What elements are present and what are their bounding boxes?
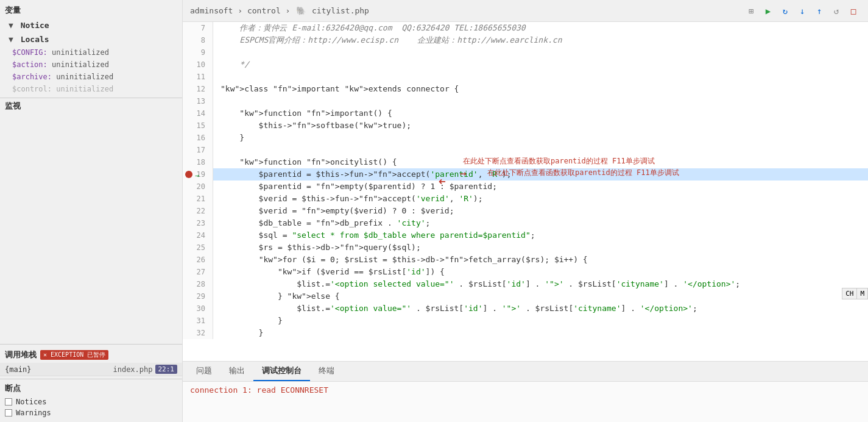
- line-gutter-13[interactable]: 13: [183, 95, 213, 107]
- line-gutter-23[interactable]: 23: [183, 217, 213, 229]
- php-file-icon: 🐘: [296, 6, 306, 15]
- code-scroll[interactable]: 7 作者：黄仲云 E-mail:6326420@qq.com QQ:632642…: [183, 22, 868, 361]
- line-gutter-12[interactable]: 12: [183, 83, 213, 95]
- play-icon[interactable]: ▶: [761, 4, 775, 18]
- line-number-23: 23: [197, 219, 205, 227]
- line-gutter-8[interactable]: 8: [183, 34, 213, 46]
- line-number-28: 28: [197, 280, 205, 288]
- line-number-13: 13: [197, 97, 205, 106]
- locals-header[interactable]: ▼ Locals: [0, 32, 182, 46]
- breakpoints-panel: 断点 Notices Warnings: [0, 379, 182, 422]
- line-content-15: $this->"fn">softbase("kw">true);: [213, 120, 868, 132]
- tab-issues[interactable]: 问题: [188, 362, 221, 381]
- line-content-10: */: [213, 59, 868, 71]
- line-content-32: }: [213, 327, 868, 339]
- notices-checkbox[interactable]: [5, 398, 12, 406]
- stack-row-main[interactable]: {main} index.php 22:1: [0, 363, 182, 376]
- mode-status: M: [857, 288, 867, 299]
- line-gutter-17[interactable]: 17: [183, 144, 213, 156]
- line-gutter-28[interactable]: 28: [183, 278, 213, 290]
- code-line-26: 26 "kw">for ($i = 0; $rsList = $this->db…: [183, 254, 868, 266]
- bottom-content: connection 1: read ECONNRESET: [183, 382, 868, 422]
- line-content-23: $db_table = "fn">db_prefix . 'city';: [213, 217, 868, 229]
- line-content-22: $verid = "fn">empty($verid) ? 0 : $verid…: [213, 205, 868, 217]
- line-number-21: 21: [197, 195, 205, 203]
- line-content-13: [213, 95, 868, 107]
- grid-icon[interactable]: ⊞: [744, 4, 758, 18]
- line-gutter-30[interactable]: 30: [183, 302, 213, 315]
- line-gutter-27[interactable]: 27: [183, 266, 213, 278]
- line-gutter-21[interactable]: 21: [183, 193, 213, 205]
- line-gutter-7[interactable]: 7: [183, 22, 213, 34]
- code-line-27: 27 "kw">if ($verid == $rsList['id']) {: [183, 266, 868, 278]
- line-gutter-29[interactable]: 29: [183, 290, 213, 302]
- warnings-label: Warnings: [16, 409, 51, 417]
- code-line-11: 11: [183, 71, 868, 83]
- var-config-val: uninitialized: [52, 48, 109, 57]
- line-gutter-25[interactable]: 25: [183, 241, 213, 254]
- notice-header[interactable]: ▼ Notice: [0, 18, 182, 32]
- code-line-22: 22 $verid = "fn">empty($verid) ? 0 : $ve…: [183, 205, 868, 217]
- var-control: $control: uninitialized: [0, 83, 182, 95]
- notice-collapse-icon: ▼: [9, 21, 13, 30]
- line-content-26: "kw">for ($i = 0; $rsList = $this->db->"…: [213, 254, 868, 266]
- step-into-icon[interactable]: ↓: [795, 4, 810, 18]
- code-line-17: 17: [183, 144, 868, 156]
- line-gutter-22[interactable]: 22: [183, 205, 213, 217]
- code-line-20: 20 $parentid = "fn">empty($parentid) ? 1…: [183, 181, 868, 193]
- monitor-header[interactable]: 监视: [0, 98, 182, 114]
- line-gutter-32[interactable]: 32: [183, 327, 213, 339]
- var-action-val: uninitialized: [52, 60, 109, 69]
- line-gutter-15[interactable]: 15: [183, 120, 213, 132]
- var-action-key: $action:: [12, 60, 48, 69]
- line-number-11: 11: [197, 73, 205, 81]
- line-content-20: $parentid = "fn">empty($parentid) ? 1 : …: [213, 181, 868, 193]
- line-number-30: 30: [197, 304, 205, 313]
- line-content-27: "kw">if ($verid == $rsList['id']) {: [213, 266, 868, 278]
- code-line-18: 18 "kw">function "fn">oncitylist() {: [183, 156, 868, 168]
- line-gutter-31[interactable]: 31: [183, 315, 213, 327]
- line-gutter-14[interactable]: 14: [183, 107, 213, 120]
- code-line-32: 32 }: [183, 327, 868, 339]
- line-number-25: 25: [197, 243, 205, 252]
- line-gutter-26[interactable]: 26: [183, 254, 213, 266]
- status-bar: CH M: [842, 288, 868, 299]
- refresh-icon[interactable]: ↻: [778, 4, 792, 18]
- warnings-checkbox[interactable]: [5, 409, 12, 417]
- bottom-panel: 问题 输出 调试控制台 终端 connection 1: read ECONNR…: [183, 361, 868, 422]
- line-gutter-9[interactable]: 9: [183, 46, 213, 59]
- line-gutter-16[interactable]: 16: [183, 132, 213, 144]
- code-line-28: 28 $list.='<option selected value="' . $…: [183, 278, 868, 290]
- code-line-13: 13: [183, 95, 868, 107]
- variables-header[interactable]: 变量: [0, 2, 182, 18]
- code-line-30: 30 $list.='<option value="' . $rsList['i…: [183, 302, 868, 315]
- tab-debug-console[interactable]: 调试控制台: [253, 362, 310, 381]
- variables-label: 变量: [5, 5, 21, 15]
- step-out-icon[interactable]: ↑: [812, 4, 827, 18]
- var-config: $CONFIG: uninitialized: [0, 46, 182, 59]
- line-number-12: 12: [197, 85, 205, 93]
- var-archive-val: uninitialized: [56, 73, 113, 81]
- line-gutter-19[interactable]: →19: [183, 168, 213, 181]
- line-gutter-10[interactable]: 10: [183, 59, 213, 71]
- line-number-31: 31: [197, 316, 205, 325]
- line-gutter-24[interactable]: 24: [183, 229, 213, 241]
- code-line-19: →19 $parentid = $this->fun->"fn">accept(…: [183, 168, 868, 181]
- left-panel: 变量 ▼ Notice ▼ Locals $CONFIG: uninitiali…: [0, 0, 183, 422]
- tab-output[interactable]: 输出: [221, 362, 253, 381]
- stop-icon[interactable]: □: [846, 4, 861, 18]
- line-gutter-11[interactable]: 11: [183, 71, 213, 83]
- code-line-31: 31 }: [183, 315, 868, 327]
- encoding-status: CH: [842, 288, 857, 299]
- code-line-14: 14 "kw">function "fn">important() {: [183, 107, 868, 120]
- line-number-14: 14: [197, 109, 205, 118]
- code-line-24: 24 $sql = "select * from $db_table where…: [183, 229, 868, 241]
- line-gutter-20[interactable]: 20: [183, 181, 213, 193]
- var-archive-key: $archive:: [12, 73, 52, 81]
- line-gutter-18[interactable]: 18: [183, 156, 213, 168]
- call-stack-header: 调用堆栈 ✕ EXCEPTION 已暂停: [0, 347, 182, 363]
- rewind-icon[interactable]: ↺: [829, 4, 844, 18]
- line-content-11: [213, 71, 868, 83]
- tab-terminal[interactable]: 终端: [310, 362, 343, 381]
- variables-panel: 变量 ▼ Notice ▼ Locals $CONFIG: uninitiali…: [0, 0, 182, 344]
